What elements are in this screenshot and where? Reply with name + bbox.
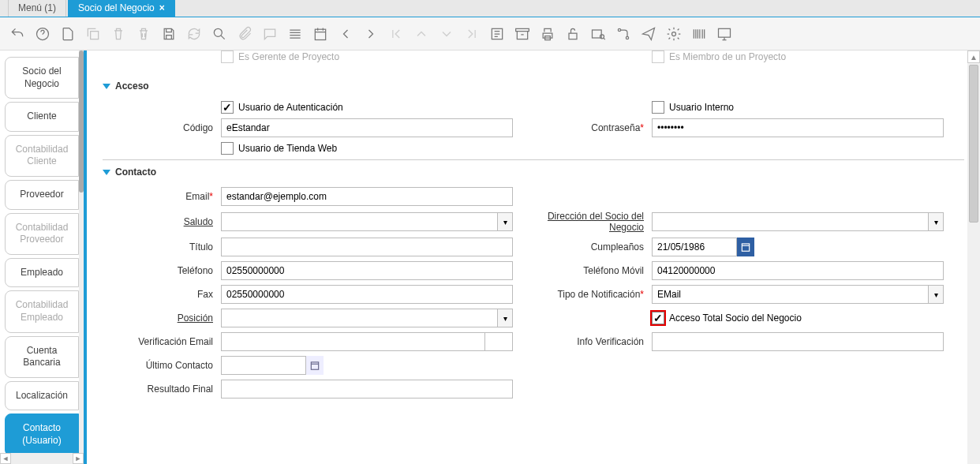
delete-icon[interactable] — [109, 24, 128, 43]
refresh-icon[interactable] — [185, 24, 204, 43]
archive-icon[interactable] — [513, 24, 532, 43]
sidebar: Socio del Negocio Cliente Contabilidad C… — [0, 51, 84, 464]
scroll-right-icon[interactable]: ► — [73, 453, 84, 464]
scroll-left-icon[interactable]: ◄ — [0, 453, 11, 464]
input-info-verificacion[interactable] — [652, 332, 944, 351]
workflow-icon[interactable] — [614, 24, 633, 43]
input-direccion-socio[interactable] — [652, 212, 928, 231]
sidebar-h-scrollbar[interactable]: ◄ ► — [0, 453, 84, 464]
label-saludo[interactable]: Saludo — [103, 216, 221, 227]
undo-icon[interactable] — [8, 24, 27, 43]
label-direccion-socio[interactable]: Dirección del Socio del Negocio — [533, 211, 652, 233]
input-telefono[interactable] — [221, 261, 513, 280]
scroll-thumb[interactable] — [969, 65, 978, 223]
tab-label: Menú (1) — [18, 2, 56, 13]
monitor-icon[interactable] — [715, 24, 734, 43]
sidebar-item-cuenta-bancaria[interactable]: Cuenta Bancaria — [5, 336, 79, 378]
label-tipo-notificacion: Tipo de Notificación* — [533, 289, 652, 300]
sidebar-item-contabilidad-empleado[interactable]: Contabilidad Empleado — [5, 290, 79, 332]
chk-label: Es Gerente de Proyecto — [238, 51, 339, 62]
svg-point-9 — [626, 36, 628, 39]
input-cumpleanos[interactable] — [652, 238, 737, 256]
input-telefono-movil[interactable] — [652, 261, 944, 280]
tab-label: Socio del Negocio — [78, 2, 155, 13]
copy-icon[interactable] — [84, 24, 103, 43]
label-ultimo-contacto: Último Contacto — [103, 360, 221, 371]
input-codigo[interactable] — [221, 118, 513, 137]
svg-point-8 — [618, 28, 620, 31]
chk-usuario-autenticacion[interactable]: Usuario de Autenticación — [221, 101, 513, 114]
collapse-icon[interactable] — [103, 84, 110, 89]
form-content: Es Gerente de Proyecto Es Miembro de un … — [87, 51, 980, 464]
sidebar-item-contabilidad-proveedor[interactable]: Contabilidad Proveedor — [5, 213, 79, 255]
attach-icon[interactable] — [235, 24, 254, 43]
svg-rect-13 — [311, 362, 318, 369]
report-icon[interactable] — [488, 24, 507, 43]
search-icon[interactable] — [210, 24, 229, 43]
chevron-down-icon[interactable]: ▾ — [928, 212, 944, 231]
chevron-down-icon[interactable]: ▾ — [497, 309, 513, 327]
gear-icon[interactable] — [664, 24, 683, 43]
sidebar-item-proveedor[interactable]: Proveedor — [5, 180, 79, 210]
label-posicion[interactable]: Posición — [103, 312, 221, 324]
grid-icon[interactable] — [286, 24, 305, 43]
calendar-icon[interactable] — [306, 356, 324, 375]
lock-icon[interactable] — [563, 24, 582, 43]
input-tipo-notificacion[interactable] — [652, 285, 928, 304]
sidebar-item-cliente[interactable]: Cliente — [5, 102, 79, 132]
input-fax[interactable] — [221, 285, 513, 304]
next-icon[interactable] — [361, 24, 380, 43]
barcode-icon[interactable] — [690, 24, 709, 43]
input-ultimo-contacto[interactable] — [221, 356, 306, 375]
cell-verif-2 — [484, 332, 513, 351]
chk-miembro-proyecto[interactable]: Es Miembro de un Proyecto — [652, 51, 786, 63]
input-resultado-final[interactable] — [221, 380, 513, 399]
sidebar-item-contacto-usuario[interactable]: Contacto (Usuario) — [5, 413, 79, 455]
input-titulo[interactable] — [221, 238, 513, 256]
sidebar-scrollbar[interactable] — [79, 51, 84, 464]
chevron-down-icon[interactable]: ▾ — [497, 212, 513, 231]
zoom-icon[interactable] — [589, 24, 608, 43]
help-icon[interactable] — [33, 24, 52, 43]
chk-usuario-tienda-web[interactable]: Usuario de Tienda Web — [221, 142, 513, 155]
input-email[interactable] — [221, 187, 513, 206]
close-icon[interactable]: × — [159, 2, 165, 13]
content-scrollbar[interactable]: ▲ — [967, 51, 980, 464]
up-icon[interactable] — [412, 24, 431, 43]
sidebar-item-localizacion[interactable]: Localización — [5, 381, 79, 411]
calendar-icon[interactable] — [311, 24, 330, 43]
first-icon[interactable] — [387, 24, 406, 43]
down-icon[interactable] — [437, 24, 456, 43]
svg-point-7 — [600, 34, 604, 38]
tab-socio-negocio[interactable]: Socio del Negocio × — [68, 0, 175, 17]
svg-rect-12 — [742, 244, 749, 251]
sidebar-item-empleado[interactable]: Empleado — [5, 258, 79, 288]
sidebar-item-contabilidad-cliente[interactable]: Contabilidad Cliente — [5, 135, 79, 177]
new-icon[interactable] — [58, 24, 77, 43]
chk-gerente-proyecto[interactable]: Es Gerente de Proyecto — [221, 51, 339, 63]
print-icon[interactable] — [538, 24, 557, 43]
last-icon[interactable] — [462, 24, 481, 43]
collapse-icon[interactable] — [103, 170, 110, 175]
sidebar-item-socio-negocio[interactable]: Socio del Negocio — [5, 57, 79, 99]
chk-acceso-total[interactable]: Acceso Total Socio del Negocio — [652, 312, 944, 324]
chevron-down-icon[interactable]: ▾ — [928, 285, 944, 304]
svg-point-2 — [214, 28, 222, 36]
delete2-icon[interactable] — [134, 24, 153, 43]
calendar-icon[interactable] — [737, 238, 754, 256]
svg-rect-5 — [569, 33, 577, 39]
svg-rect-3 — [315, 29, 325, 39]
chk-usuario-interno[interactable]: Usuario Interno — [652, 101, 944, 114]
tab-menu[interactable]: Menú (1) — [8, 0, 66, 17]
label-contrasena: Contraseña* — [533, 122, 652, 133]
save-icon[interactable] — [159, 24, 178, 43]
input-posicion[interactable] — [221, 309, 497, 327]
label-email: Email* — [103, 191, 221, 202]
section-header-acceso: Acceso — [103, 74, 964, 92]
send-icon[interactable] — [639, 24, 658, 43]
prev-icon[interactable] — [336, 24, 355, 43]
input-contrasena[interactable] — [652, 118, 944, 137]
scroll-up-icon[interactable]: ▲ — [967, 51, 980, 63]
input-saludo[interactable] — [221, 212, 497, 231]
chat-icon[interactable] — [260, 24, 279, 43]
